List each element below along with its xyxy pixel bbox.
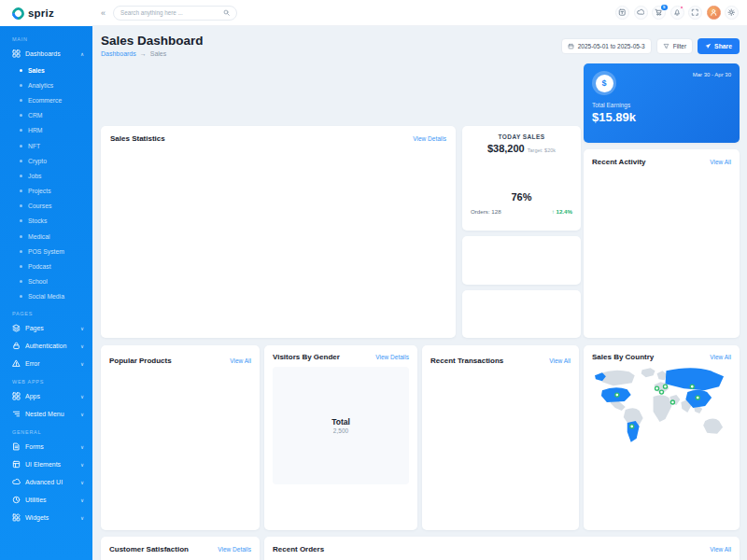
sidebar-item-authentication[interactable]: Authentication∨ — [0, 337, 92, 355]
sidebar-item-ui-elements[interactable]: UI Elements∨ — [0, 455, 92, 473]
sidebar-subitem-ecommerce[interactable]: Ecommerce — [0, 92, 92, 107]
filter-icon — [663, 43, 669, 49]
bell-icon — [673, 8, 682, 17]
today-sales-title: TODAY SALES — [471, 133, 572, 140]
share-button[interactable]: Share — [698, 38, 740, 54]
chevron-down-icon: ∨ — [80, 497, 84, 503]
earnings-icon-ring: $ — [592, 71, 616, 95]
breadcrumb: Dashboards → Sales — [101, 50, 166, 57]
cloud-icon-button[interactable] — [634, 6, 648, 20]
sidebar-item-label: UI Elements — [25, 461, 61, 468]
recent-activity-view-all-link[interactable]: View All — [710, 159, 731, 165]
customer-satisfaction-title: Customer Satisfaction — [109, 545, 189, 553]
recent-transactions-view-all-link[interactable]: View All — [549, 357, 571, 364]
bullet-dot-icon — [20, 250, 22, 253]
breadcrumb-current: Sales — [150, 50, 167, 57]
grid-icon — [12, 49, 21, 58]
cart-icon-button[interactable]: 5 — [652, 6, 666, 20]
visitors-view-details-link[interactable]: View Details — [375, 354, 409, 360]
bullet-dot-icon — [20, 265, 22, 268]
sidebar-subitem-label: CRM — [28, 112, 42, 119]
popular-products-view-all-link[interactable]: View All — [230, 357, 251, 364]
sidebar-subitem-stocks[interactable]: Stocks — [0, 214, 92, 229]
share-icon — [705, 43, 712, 49]
translate-icon-button[interactable] — [615, 6, 629, 20]
user-avatar[interactable] — [707, 6, 721, 20]
today-sales-value: $38,200 — [487, 143, 525, 154]
sidebar-subitem-hrm[interactable]: HRM — [0, 123, 92, 138]
chevron-down-icon: ∨ — [80, 462, 84, 468]
sidebar-item-utilities[interactable]: Utilities∨ — [0, 491, 92, 509]
sidebar-item-forms[interactable]: Forms∨ — [0, 438, 92, 455]
alert-dot — [680, 6, 684, 9]
earnings-date-range: Mar 30 - Apr 30 — [693, 72, 731, 77]
sidebar-subitem-label: Medical — [28, 233, 49, 240]
breadcrumb-dashboards-link[interactable]: Dashboards — [101, 50, 136, 57]
sidebar-subitem-crm[interactable]: CRM — [0, 108, 92, 123]
sidebar-item-pages[interactable]: Pages∨ — [0, 319, 92, 337]
today-sales-orders: Orders: 128 — [471, 208, 501, 215]
sidebar-subitem-crypto[interactable]: Crypto — [0, 153, 92, 168]
sidebar-subitem-sales[interactable]: Sales — [0, 63, 92, 77]
chevron-down-icon: ∨ — [80, 394, 84, 399]
sales-statistics-chart — [110, 152, 446, 294]
world-map — [592, 365, 731, 455]
sales-statistics-view-details-link[interactable]: View Details — [413, 135, 446, 142]
translate-icon — [618, 8, 627, 17]
sidebar-subitem-jobs[interactable]: Jobs — [0, 168, 92, 183]
sidebar-subitem-label: POS System — [28, 248, 64, 255]
total-earnings-card[interactable]: Mar 30 - Apr 30 $ Total Earnings $15.89k — [584, 63, 740, 143]
sidebar-subitem-projects[interactable]: Projects — [0, 184, 92, 199]
filter-button[interactable]: Filter — [656, 38, 693, 54]
bullet-dot-icon — [20, 69, 22, 72]
sidebar-item-error[interactable]: Error∨ — [0, 355, 92, 372]
sidebar-subitem-courses[interactable]: Courses — [0, 199, 92, 214]
brand-logo[interactable]: spriz — [0, 0, 92, 26]
earnings-mini-bar-chart — [664, 105, 731, 135]
sidebar-subitem-nft[interactable]: NFT — [0, 138, 92, 153]
settings-icon — [727, 8, 736, 17]
active-users-card[interactable] — [462, 290, 581, 338]
bullet-dot-icon — [20, 160, 22, 162]
dollar-icon: $ — [596, 75, 613, 92]
bullet-dot-icon — [20, 145, 22, 147]
sales-by-country-view-all-link[interactable]: View All — [710, 354, 731, 360]
sidebar-item-apps[interactable]: Apps∨ — [0, 387, 92, 405]
bullet-dot-icon — [20, 99, 22, 102]
bell-icon-button[interactable] — [670, 6, 684, 20]
fullscreen-icon-button[interactable] — [688, 6, 702, 20]
date-range-picker[interactable]: 2025-05-01 to 2025-05-3 — [561, 38, 652, 54]
calendar-icon — [568, 43, 574, 49]
sidebar-subitem-analytics[interactable]: Analytics — [0, 77, 92, 92]
search-input[interactable]: Search anything here ... — [113, 6, 237, 21]
sidebar-item-label: Error — [25, 360, 40, 367]
recent-activity-card: Recent Activity View All — [584, 149, 740, 338]
recent-orders-view-all-link[interactable]: View All — [710, 546, 731, 553]
recent-transactions-title: Recent Transactions — [430, 357, 503, 365]
bullet-dot-icon — [20, 219, 22, 222]
donut-total-label: Total — [273, 417, 409, 427]
sidebar-subitem-podcast[interactable]: Podcast — [0, 259, 92, 273]
sidebar-item-widgets[interactable]: Widgets∨ — [0, 509, 92, 526]
sidebar-item-dashboards[interactable]: Dashboards∧ — [0, 45, 92, 63]
sidebar-subitem-medical[interactable]: Medical — [0, 229, 92, 244]
sidebar-subitem-social-media[interactable]: Social Media — [0, 289, 92, 304]
today-sales-card: TODAY SALES $38,200 Target: $20k 76% Ord… — [462, 126, 581, 231]
chevron-down-icon: ∨ — [80, 412, 84, 417]
fullscreen-icon — [691, 8, 699, 17]
sidebar-subitem-label: Sales — [28, 67, 45, 74]
new-users-card[interactable] — [462, 236, 581, 285]
sidebar-item-nested-menu[interactable]: Nested Menu∨ — [0, 405, 92, 423]
sidebar-subitem-school[interactable]: School — [0, 274, 92, 289]
sidebar-subitem-pos-system[interactable]: POS System — [0, 244, 92, 259]
settings-icon-button[interactable] — [725, 6, 739, 20]
bullet-dot-icon — [20, 204, 22, 207]
sidebar-item-label: Pages — [25, 325, 44, 331]
collapse-sidebar-button[interactable]: « — [101, 8, 106, 18]
topbar: « Search anything here ... 5 — [92, 0, 747, 26]
visitors-by-gender-title: Visitors By Gender — [273, 353, 340, 361]
sidebar-item-advanced-ui[interactable]: Advanced UI∨ — [0, 473, 92, 491]
customer-satisfaction-view-details-link[interactable]: View Details — [218, 546, 251, 553]
lock-icon — [12, 342, 21, 350]
sales-by-country-card: Sales By Country View All — [584, 345, 740, 530]
